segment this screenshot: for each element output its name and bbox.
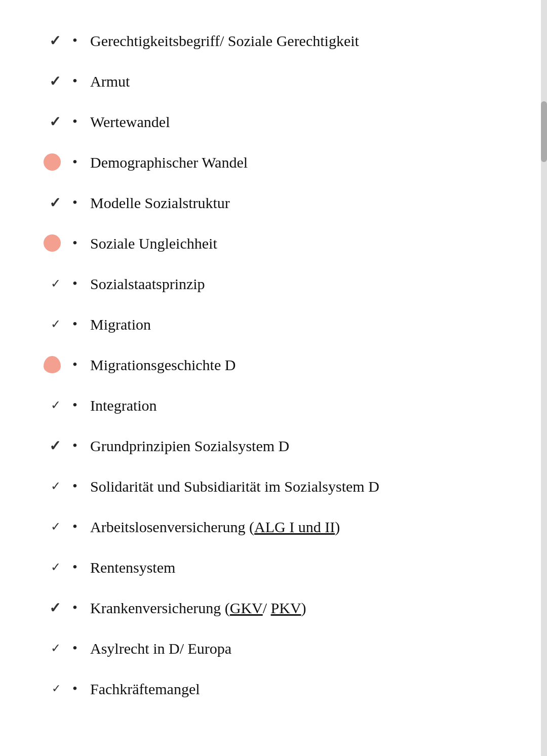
bullet-dot: • bbox=[65, 275, 85, 292]
list-item: ✓•Rentensystem bbox=[30, 547, 517, 587]
list-item: •Soziale Ungleichheit bbox=[30, 223, 517, 263]
list-item: ✓•Wertewandel bbox=[30, 101, 517, 142]
item-label: Migration bbox=[90, 314, 151, 334]
bullet-dot: • bbox=[65, 640, 85, 656]
status-icon: ✓ bbox=[30, 32, 61, 49]
bullet-dot: • bbox=[65, 681, 85, 697]
status-icon: ✓ bbox=[30, 479, 61, 493]
list-item: ✓•Grundprinzipien Sozialsystem D bbox=[30, 425, 517, 466]
bullet-dot: • bbox=[65, 32, 85, 49]
item-label: Wertewandel bbox=[90, 112, 170, 132]
topic-list: ✓•Gerechtigkeitsbegriff/ Soziale Gerecht… bbox=[30, 20, 517, 709]
list-item: ✓•Integration bbox=[30, 385, 517, 425]
item-label: Fachkräftemangel bbox=[90, 679, 200, 699]
bullet-dot: • bbox=[65, 316, 85, 332]
bullet-dot: • bbox=[65, 235, 85, 251]
list-item: •Demographischer Wandel bbox=[30, 142, 517, 182]
status-icon: ✓ bbox=[30, 437, 61, 454]
list-item: ✓•Krankenversicherung (GKV/ PKV) bbox=[30, 587, 517, 628]
scrollbar-thumb[interactable] bbox=[541, 101, 547, 162]
item-label: Asylrecht in D/ Europa bbox=[90, 639, 231, 658]
status-icon bbox=[30, 153, 61, 171]
status-icon: ✓ bbox=[30, 398, 61, 412]
list-item: ✓•Solidarität und Subsidiarität im Sozia… bbox=[30, 466, 517, 506]
status-icon: ✓ bbox=[30, 682, 61, 695]
status-icon: ✓ bbox=[30, 194, 61, 211]
list-item: ✓•Sozialstaatsprinzip bbox=[30, 263, 517, 304]
bullet-dot: • bbox=[65, 397, 85, 413]
status-icon: ✓ bbox=[30, 113, 61, 130]
status-icon bbox=[30, 234, 61, 252]
bullet-dot: • bbox=[65, 519, 85, 535]
item-label: Grundprinzipien Sozialsystem D bbox=[90, 436, 289, 456]
list-item: ✓•Arbeitslosenversicherung (ALG I und II… bbox=[30, 506, 517, 547]
list-item: •Migrationsgeschichte D bbox=[30, 344, 517, 385]
item-label: Demographischer Wandel bbox=[90, 152, 248, 172]
bullet-dot: • bbox=[65, 194, 85, 211]
status-icon bbox=[30, 356, 61, 373]
scrollbar-track[interactable] bbox=[541, 0, 547, 756]
item-label: Integration bbox=[90, 395, 157, 415]
item-label: Modelle Sozialstruktur bbox=[90, 193, 230, 213]
bullet-dot: • bbox=[65, 478, 85, 494]
bullet-dot: • bbox=[65, 437, 85, 454]
status-icon: ✓ bbox=[30, 73, 61, 90]
item-label: Armut bbox=[90, 71, 130, 91]
status-icon: ✓ bbox=[30, 560, 61, 574]
item-label: Sozialstaatsprinzip bbox=[90, 274, 205, 294]
status-icon: ✓ bbox=[30, 317, 61, 331]
item-label: Krankenversicherung (GKV/ PKV) bbox=[90, 598, 306, 618]
item-label: Solidarität und Subsidiarität im Sozials… bbox=[90, 476, 379, 496]
bullet-dot: • bbox=[65, 154, 85, 170]
item-label: Gerechtigkeitsbegriff/ Soziale Gerechtig… bbox=[90, 31, 359, 51]
item-label: Rentensystem bbox=[90, 558, 175, 577]
bullet-dot: • bbox=[65, 73, 85, 89]
item-label: Arbeitslosenversicherung (ALG I und II) bbox=[90, 517, 340, 537]
bullet-dot: • bbox=[65, 356, 85, 373]
list-item: ✓•Armut bbox=[30, 61, 517, 101]
list-item: ✓•Fachkräftemangel bbox=[30, 668, 517, 709]
list-item: ✓•Modelle Sozialstruktur bbox=[30, 182, 517, 223]
status-icon: ✓ bbox=[30, 520, 61, 534]
list-item: ✓•Migration bbox=[30, 304, 517, 344]
item-label: Migrationsgeschichte D bbox=[90, 355, 236, 375]
status-icon: ✓ bbox=[30, 276, 61, 291]
list-item: ✓•Asylrecht in D/ Europa bbox=[30, 628, 517, 668]
list-item: ✓•Gerechtigkeitsbegriff/ Soziale Gerecht… bbox=[30, 20, 517, 61]
item-label: Soziale Ungleichheit bbox=[90, 233, 217, 253]
status-icon: ✓ bbox=[30, 641, 61, 655]
bullet-dot: • bbox=[65, 600, 85, 616]
bullet-dot: • bbox=[65, 113, 85, 130]
bullet-dot: • bbox=[65, 559, 85, 575]
status-icon: ✓ bbox=[30, 600, 61, 616]
